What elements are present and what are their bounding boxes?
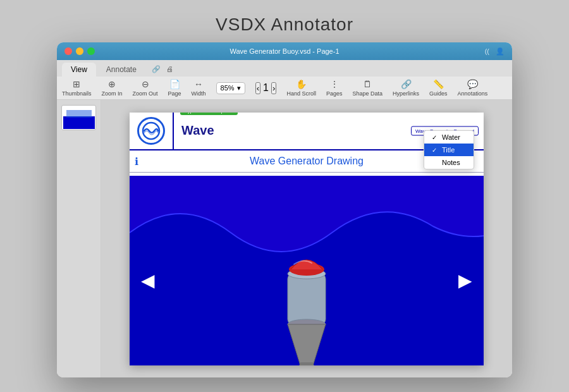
drawing-area: ◀ ▶ <box>130 176 484 365</box>
next-page-button[interactable]: › <box>271 82 276 94</box>
water-label: Water <box>442 133 460 141</box>
page-container: ✓ Water ✓ Title Notes <box>101 100 512 377</box>
pages-button[interactable]: ⋮ Pages <box>326 79 343 97</box>
shape-data-button[interactable]: 🗒 Shape Data <box>353 79 383 97</box>
doc-wave-label: Wave <box>181 123 214 137</box>
thumb-svg <box>63 106 95 129</box>
svg-text:◀: ◀ <box>141 271 155 290</box>
dropdown-menu: ✓ Water ✓ Title Notes <box>424 130 474 169</box>
zoom-out-button[interactable]: ⊖ Zoom Out <box>133 79 158 97</box>
width-icon: ↔ <box>194 79 203 89</box>
prev-page-button[interactable]: ‹ <box>255 82 260 94</box>
main-canvas: ✓ Water ✓ Title Notes <box>101 100 512 377</box>
page-number: 1 <box>263 82 269 94</box>
svg-rect-5 <box>288 274 326 324</box>
thumbnails-label: Thumbnails <box>62 90 92 97</box>
zoom-value: 85% <box>221 84 235 92</box>
annotations-icon: 💬 <box>467 79 478 89</box>
hyperlinks-icon: 🔗 <box>401 79 412 89</box>
sidebar <box>57 100 101 377</box>
tab-annotate[interactable]: Annotate <box>97 63 145 77</box>
info-icon: ℹ <box>135 156 138 168</box>
pages-label: Pages <box>326 90 343 97</box>
app-title: VSDX Annotator <box>216 15 353 35</box>
thumbnails-icon: ⊞ <box>73 79 80 89</box>
zoom-in-label: Zoom In <box>102 90 123 97</box>
zoom-control[interactable]: 85% ▾ <box>216 82 245 94</box>
check-notes <box>432 159 438 166</box>
hand-scroll-button[interactable]: ✋ Hand Scroll <box>286 79 316 97</box>
dropdown-item-title[interactable]: ✓ Title <box>424 144 474 156</box>
tab-view[interactable]: View <box>62 63 96 77</box>
close-button[interactable] <box>64 47 72 55</box>
maximize-button[interactable] <box>87 47 95 55</box>
dropdown-item-notes[interactable]: Notes <box>424 156 474 169</box>
svg-text:▶: ▶ <box>458 271 472 290</box>
check-water: ✓ <box>432 134 438 141</box>
shape-data-label: Shape Data <box>353 90 383 97</box>
guides-icon: 📏 <box>433 79 444 89</box>
toolbar-items: ⊞ Thumbnails ⊕ Zoom In ⊖ Zoom Out 📄 Page… <box>57 77 512 99</box>
hand-scroll-label: Hand Scroll <box>286 90 316 97</box>
page-label: Page <box>168 90 181 97</box>
svg-rect-1 <box>63 116 95 129</box>
zoom-in-icon: ⊕ <box>108 79 116 89</box>
hyperlinks-button[interactable]: 🔗 Hyperlinks <box>393 79 419 97</box>
page-button[interactable]: 📄 Page <box>168 79 181 97</box>
width-label: Width <box>192 90 206 97</box>
zoom-dropdown-icon: ▾ <box>237 84 241 92</box>
zoom-in-button[interactable]: ⊕ Zoom In <box>102 79 123 97</box>
account-icon: 👤 <box>496 47 505 56</box>
thumbnail-1[interactable] <box>61 105 96 130</box>
traffic-lights <box>64 47 95 55</box>
hyperlink-tooltip: Hyperlinks - Shape 33 <box>180 113 238 116</box>
guides-label: Guides <box>429 90 448 97</box>
shape-data-icon: 🗒 <box>363 79 372 89</box>
toolbar-extra-icons[interactable]: 🔗 🖨 <box>147 63 178 77</box>
toolbar-tabs: View Annotate 🔗 🖨 <box>57 60 512 77</box>
pages-icon: ⋮ <box>330 79 339 89</box>
application-window: Wave Generator Buoy.vsd - Page-1 (( 👤 Vi… <box>57 42 512 377</box>
minimize-button[interactable] <box>76 47 83 55</box>
toolbar: View Annotate 🔗 🖨 ⊞ Thumbnails ⊕ Zoom In… <box>57 60 512 100</box>
wifi-icon: (( <box>485 47 489 56</box>
zoom-out-label: Zoom Out <box>133 90 158 97</box>
thumbnails-button[interactable]: ⊞ Thumbnails <box>62 79 92 97</box>
wave-svg <box>142 121 161 140</box>
check-title: ✓ <box>432 147 438 154</box>
svg-rect-2 <box>66 110 92 118</box>
dropdown-item-water[interactable]: ✓ Water <box>424 131 474 144</box>
hyperlinks-label: Hyperlinks <box>393 90 419 97</box>
title-label: Title <box>442 146 455 154</box>
zoom-out-icon: ⊖ <box>142 79 149 89</box>
wave-logo-icon <box>137 117 165 145</box>
annotations-label: Annotations <box>458 90 488 97</box>
guides-button[interactable]: 📏 Guides <box>429 79 448 97</box>
title-bar: Wave Generator Buoy.vsd - Page-1 (( 👤 <box>57 42 512 60</box>
window-title: Wave Generator Buoy.vsd - Page-1 <box>229 47 339 55</box>
page-icon: 📄 <box>169 79 180 89</box>
pages-nav: ‹ 1 › <box>255 82 277 94</box>
wave-drawing: ◀ ▶ <box>130 176 484 365</box>
content-area: ✓ Water ✓ Title Notes <box>57 100 512 377</box>
width-button[interactable]: ↔ Width <box>192 79 206 97</box>
doc-logo <box>130 113 174 150</box>
notes-label: Notes <box>442 159 460 166</box>
outer-wrapper: VSDX Annotator Wave Generator Buoy.vsd -… <box>57 15 512 377</box>
hand-scroll-icon: ✋ <box>296 79 307 89</box>
title-bar-right: (( 👤 <box>485 47 505 56</box>
annotations-button[interactable]: 💬 Annotations <box>458 79 488 97</box>
